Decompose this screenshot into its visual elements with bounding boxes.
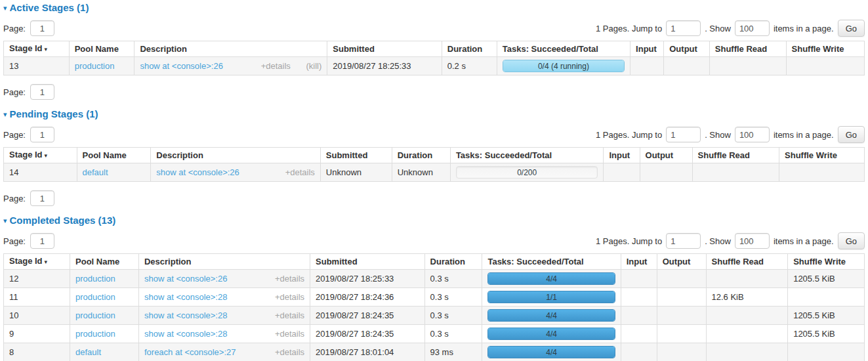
duration-cell: 0.3 s <box>424 307 482 325</box>
show-label: . Show <box>705 24 731 33</box>
pool-name-cell: default <box>77 163 151 182</box>
column-header-shuffle-read[interactable]: Shuffle Read <box>706 254 788 270</box>
column-header-pool-name[interactable]: Pool Name <box>77 148 151 163</box>
column-header-duration[interactable]: Duration <box>392 148 450 163</box>
column-header-submitted[interactable]: Submitted <box>327 41 442 57</box>
pagination-top: Page: 1 Pages. Jump to . Show items in a… <box>3 20 865 37</box>
jump-to-page-input[interactable] <box>666 20 701 36</box>
submitted-cell: 2019/08/27 18:24:35 <box>310 325 424 343</box>
column-header-submitted[interactable]: Submitted <box>320 148 392 163</box>
column-header-description[interactable]: Description <box>138 254 310 270</box>
progress-label: 4/4 <box>488 273 614 284</box>
column-header-tasks[interactable]: Tasks: Succeeded/Total <box>450 148 604 163</box>
page-number-input[interactable] <box>30 233 54 249</box>
column-header-tasks[interactable]: Tasks: Succeeded/Total <box>482 254 621 270</box>
table-row: 13 production show at <console>:26 +deta… <box>4 57 865 75</box>
column-header-output[interactable]: Output <box>657 254 706 270</box>
stages-section: ▾Completed Stages (13) Page: 1 Pages. Ju… <box>3 214 865 361</box>
column-header-submitted[interactable]: Submitted <box>310 254 424 270</box>
pool-name-link[interactable]: default <box>75 347 101 357</box>
column-header-tasks[interactable]: Tasks: Succeeded/Total <box>497 41 630 57</box>
sort-arrow-icon: ▾ <box>45 259 48 265</box>
column-header-shuffle-read[interactable]: Shuffle Read <box>692 148 779 163</box>
section-title-label: Active Stages (1) <box>10 2 89 13</box>
table-row: 8 default foreach at <console>:27 +detai… <box>4 343 865 361</box>
column-header-input[interactable]: Input <box>604 148 640 163</box>
pool-name-link[interactable]: production <box>75 61 115 71</box>
go-button[interactable]: Go <box>838 232 865 249</box>
description-link[interactable]: show at <console>:26 <box>144 274 227 284</box>
kill-link[interactable]: (kill) <box>306 61 321 71</box>
shuffle-write-cell <box>786 57 864 75</box>
description-link[interactable]: show at <console>:28 <box>144 329 227 339</box>
column-header-shuffle-write[interactable]: Shuffle Write <box>788 254 865 270</box>
jump-to-page-input[interactable] <box>666 233 701 249</box>
tasks-progress-bar: 4/4 <box>487 272 615 285</box>
section-title-active[interactable]: ▾Active Stages (1) <box>3 1 865 14</box>
stage-id-cell: 8 <box>4 343 70 361</box>
pool-name-link[interactable]: production <box>75 274 115 284</box>
section-title-pending[interactable]: ▾Pending Stages (1) <box>3 108 865 120</box>
pool-name-link[interactable]: production <box>75 292 115 302</box>
items-per-page-input[interactable] <box>735 127 770 142</box>
page-label: Page: <box>3 236 26 246</box>
column-header-output[interactable]: Output <box>640 148 692 163</box>
details-toggle[interactable]: +details <box>275 347 304 357</box>
items-label: items in a page. <box>774 24 834 33</box>
spark-stages-page: ▾Active Stages (1) Page: 1 Pages. Jump t… <box>3 1 865 361</box>
pool-name-link[interactable]: default <box>83 167 108 177</box>
page-number-input[interactable] <box>30 20 54 36</box>
jump-to-page-input[interactable] <box>666 127 701 142</box>
tasks-cell: 0/4 (4 running) <box>497 57 630 75</box>
items-per-page-input[interactable] <box>735 20 770 36</box>
column-header-duration[interactable]: Duration <box>424 254 482 270</box>
table-row: 10 production show at <console>:28 +deta… <box>4 307 865 325</box>
pool-name-link[interactable]: production <box>75 310 115 320</box>
column-header-shuffle-write[interactable]: Shuffle Write <box>786 41 864 57</box>
details-toggle[interactable]: +details <box>275 310 304 320</box>
description-link[interactable]: show at <console>:26 <box>140 62 222 71</box>
column-header-input[interactable]: Input <box>630 41 664 57</box>
description-link[interactable]: show at <console>:26 <box>156 168 239 177</box>
stages-section: ▾Pending Stages (1) Page: 1 Pages. Jump … <box>3 108 865 207</box>
pool-name-link[interactable]: production <box>75 329 115 339</box>
column-header-description[interactable]: Description <box>134 41 327 57</box>
column-header-description[interactable]: Description <box>151 148 320 163</box>
section-title-completed[interactable]: ▾Completed Stages (13) <box>3 214 865 226</box>
go-button[interactable]: Go <box>838 126 865 143</box>
description-link[interactable]: foreach at <console>:27 <box>144 348 236 357</box>
details-toggle[interactable]: +details <box>261 61 291 71</box>
duration-cell: 0.3 s <box>424 270 482 288</box>
column-header-output[interactable]: Output <box>664 41 710 57</box>
details-toggle[interactable]: +details <box>285 167 315 177</box>
description-link[interactable]: show at <console>:28 <box>144 293 227 302</box>
description-actions: +details <box>275 274 304 284</box>
details-toggle[interactable]: +details <box>275 274 304 284</box>
page-number-input[interactable] <box>30 190 54 206</box>
page-number-input[interactable] <box>30 127 54 142</box>
column-header-shuffle-write[interactable]: Shuffle Write <box>779 148 865 163</box>
column-header-stage-id[interactable]: Stage Id▾ <box>4 41 70 57</box>
column-header-pool-name[interactable]: Pool Name <box>70 254 139 270</box>
column-header-shuffle-read[interactable]: Shuffle Read <box>709 41 786 57</box>
details-toggle[interactable]: +details <box>275 292 304 302</box>
column-header-pool-name[interactable]: Pool Name <box>69 41 134 57</box>
input-cell <box>604 163 640 182</box>
items-per-page-input[interactable] <box>735 233 770 249</box>
description-actions: +details <box>275 293 304 302</box>
description-link[interactable]: show at <console>:28 <box>144 311 227 320</box>
page-number-input[interactable] <box>30 84 54 100</box>
column-header-input[interactable]: Input <box>621 254 657 270</box>
details-toggle[interactable]: +details <box>275 329 304 339</box>
tasks-cell: 4/4 <box>482 325 621 343</box>
stage-id-cell: 11 <box>4 288 70 307</box>
pool-name-cell: default <box>70 343 139 361</box>
duration-cell: 93 ms <box>424 343 482 361</box>
table-header-row: Stage Id▾ Pool Name Description Submitte… <box>4 41 865 57</box>
progress-label: 4/4 <box>488 347 614 358</box>
column-header-duration[interactable]: Duration <box>442 41 497 57</box>
column-header-stage-id[interactable]: Stage Id▾ <box>4 254 70 270</box>
go-button[interactable]: Go <box>838 20 865 37</box>
stage-id-cell: 14 <box>4 163 77 182</box>
column-header-stage-id[interactable]: Stage Id▾ <box>4 148 77 163</box>
